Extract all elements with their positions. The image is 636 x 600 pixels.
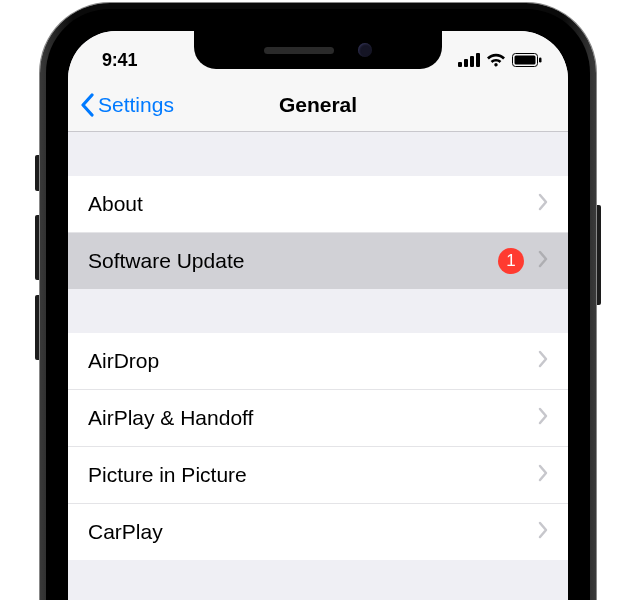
back-button[interactable]: Settings (80, 79, 174, 131)
section-2: AirDrop AirPlay & Handoff (68, 333, 568, 560)
status-icons (458, 43, 542, 67)
svg-rect-6 (539, 58, 542, 63)
row-airdrop[interactable]: AirDrop (68, 333, 568, 390)
chevron-right-icon (538, 463, 548, 487)
notch (194, 31, 442, 69)
section-gap (68, 289, 568, 333)
row-picture-in-picture[interactable]: Picture in Picture (68, 447, 568, 504)
row-label: AirDrop (88, 349, 538, 373)
row-airplay-handoff[interactable]: AirPlay & Handoff (68, 390, 568, 447)
wifi-icon (486, 53, 506, 67)
row-about[interactable]: About (68, 176, 568, 233)
chevron-right-icon (538, 192, 548, 216)
front-camera-icon (358, 43, 372, 57)
chevron-right-icon (538, 349, 548, 373)
notification-badge: 1 (498, 248, 524, 274)
chevron-left-icon (80, 93, 94, 117)
nav-bar: Settings General (68, 79, 568, 132)
svg-rect-2 (470, 56, 474, 67)
svg-rect-3 (476, 53, 480, 67)
row-label: Software Update (88, 249, 498, 273)
row-label: Picture in Picture (88, 463, 538, 487)
chevron-right-icon (538, 520, 548, 544)
row-carplay[interactable]: CarPlay (68, 504, 568, 560)
row-software-update[interactable]: Software Update 1 (68, 233, 568, 289)
row-label: About (88, 192, 538, 216)
status-time: 9:41 (102, 40, 137, 71)
section-1: About Software Update 1 (68, 176, 568, 289)
screen: 9:41 (68, 31, 568, 600)
svg-rect-1 (464, 59, 468, 67)
row-label: AirPlay & Handoff (88, 406, 538, 430)
battery-icon (512, 53, 542, 67)
nav-title: General (279, 93, 357, 117)
back-label: Settings (98, 93, 174, 117)
cellular-signal-icon (458, 53, 480, 67)
phone-frame: 9:41 (40, 3, 596, 600)
chevron-right-icon (538, 406, 548, 430)
settings-content: About Software Update 1 (68, 132, 568, 560)
chevron-right-icon (538, 249, 548, 273)
speaker-grille (264, 47, 334, 54)
svg-rect-0 (458, 62, 462, 67)
section-gap (68, 132, 568, 176)
row-label: CarPlay (88, 520, 538, 544)
svg-rect-5 (515, 56, 536, 65)
